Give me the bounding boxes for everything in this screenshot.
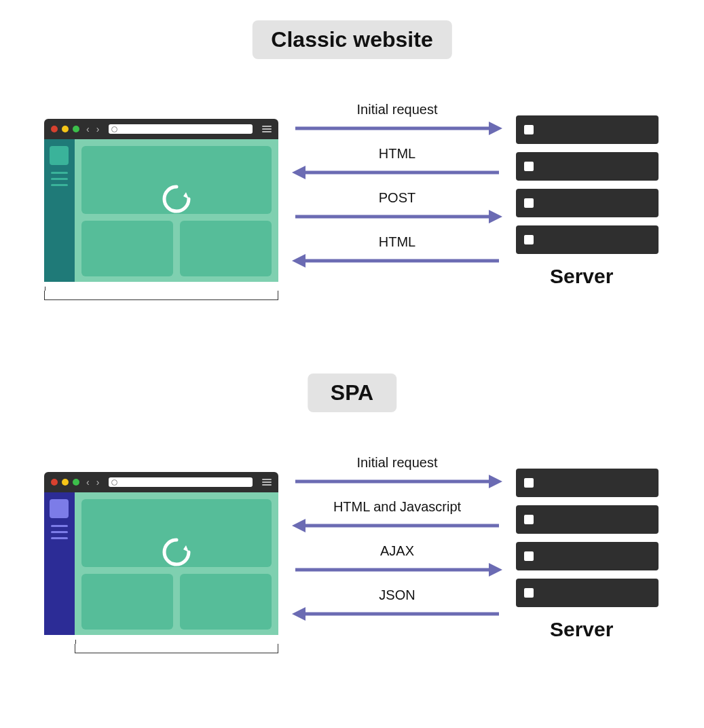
sidebar-nav-line (51, 184, 68, 186)
browser-chrome: ‹ › (44, 472, 278, 492)
server-unit-icon (516, 189, 659, 217)
arrow-post-request: POST (292, 190, 502, 225)
hamburger-icon (262, 479, 272, 486)
back-icon: ‹ (86, 477, 90, 488)
server-unit-icon (516, 225, 659, 254)
server-unit-icon (516, 542, 659, 570)
content-card (81, 221, 173, 276)
spa-browser-mock: ‹ › (44, 472, 278, 635)
spa-title-badge: SPA (308, 374, 396, 412)
spa-server-stack (516, 469, 659, 615)
server-unit-icon (516, 115, 659, 144)
sidebar-nav-line (51, 178, 68, 180)
forward-icon: › (96, 477, 100, 488)
content-card (180, 574, 272, 630)
arrow-html-response-2: HTML (292, 234, 502, 269)
traffic-light-red-icon (51, 479, 58, 486)
sidebar-avatar-block (50, 146, 69, 165)
arrow-initial-request: Initial request (292, 102, 502, 136)
sidebar-nav-line (51, 531, 68, 533)
traffic-light-green-icon (73, 479, 79, 486)
page-content (75, 492, 278, 635)
classic-title-badge: Classic website (252, 20, 451, 59)
full-reload-bracket (44, 291, 278, 300)
reload-icon (159, 534, 194, 570)
arrow-html-response: HTML (292, 146, 502, 181)
classic-browser-mock: ‹ › (44, 119, 278, 282)
address-bar (109, 124, 253, 134)
classic-server-label: Server (550, 265, 613, 288)
server-unit-icon (516, 469, 659, 497)
address-bar (109, 477, 253, 487)
traffic-light-yellow-icon (62, 479, 69, 486)
hamburger-icon (262, 126, 272, 132)
server-unit-icon (516, 152, 659, 181)
content-card (81, 574, 173, 630)
reload-icon (159, 181, 194, 217)
traffic-light-green-icon (73, 126, 79, 132)
sidebar-nav-line (51, 172, 68, 174)
sidebar-nav-line (51, 525, 68, 527)
arrow-spa-ajax-request: AJAX (292, 543, 502, 578)
forward-icon: › (96, 124, 100, 134)
server-unit-icon (516, 579, 659, 607)
sidebar-avatar-block (50, 499, 69, 518)
arrow-spa-initial-request: Initial request (292, 455, 502, 490)
sidebar-nav-line (51, 537, 68, 539)
back-icon: ‹ (86, 124, 90, 134)
arrow-spa-html-js-response: HTML and Javascript (292, 499, 502, 534)
traffic-light-red-icon (51, 126, 58, 132)
content-card (180, 221, 272, 276)
traffic-light-yellow-icon (62, 126, 69, 132)
arrow-spa-json-response: JSON (292, 587, 502, 622)
classic-server-stack (516, 115, 659, 262)
page-content (75, 139, 278, 282)
page-sidebar (44, 492, 75, 635)
server-unit-icon (516, 505, 659, 534)
page-sidebar (44, 139, 75, 282)
spa-server-label: Server (550, 618, 613, 641)
browser-chrome: ‹ › (44, 119, 278, 139)
partial-reload-bracket (75, 644, 278, 653)
